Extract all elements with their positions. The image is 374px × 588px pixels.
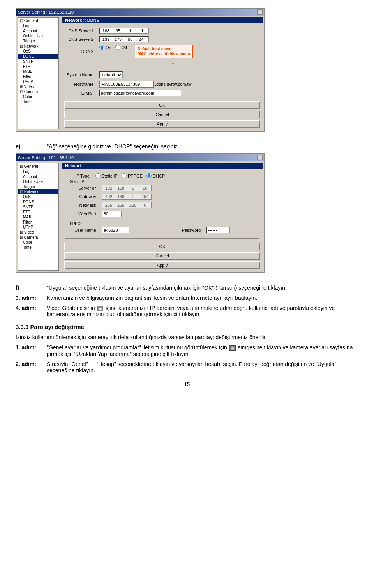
w2-tree-icon3: ⊞ — [20, 230, 23, 234]
w2-sidebar-mail[interactable]: MAIL — [18, 215, 58, 220]
window-network: Server Setting : 192.168.1.10 × ⊟ Genera… — [16, 153, 358, 280]
sysname-select[interactable]: default — [99, 71, 123, 78]
sidebar-log[interactable]: Log — [18, 23, 58, 28]
w2-sidebar-video[interactable]: ⊞ Video — [18, 230, 58, 235]
w2-sidebar-trigger[interactable]: Trigger — [18, 184, 58, 189]
w2-sidebar-log[interactable]: Log — [18, 169, 58, 174]
netmask-input[interactable]: . . . — [102, 202, 152, 208]
w2-sidebar-camera[interactable]: ⊟ Camera — [18, 235, 58, 240]
w2-sidebar-color[interactable]: Color — [18, 240, 58, 245]
win2-sidebar: ⊟ General Log Account OnLineUser Trigger… — [18, 163, 59, 271]
iptype-static-label[interactable]: Static IP — [95, 173, 118, 178]
dns1-seg1[interactable] — [101, 28, 111, 33]
win1-title: Server Setting : 192.168.1.10 — [18, 10, 74, 14]
dns2-input[interactable]: . . . — [99, 36, 149, 42]
win2-apply-btn[interactable]: Apply — [64, 261, 260, 269]
static-ip-group-label: Static IP — [69, 180, 85, 184]
ddns-label: DDNS: — [62, 44, 97, 59]
serverip-input[interactable]: . . . — [102, 185, 152, 191]
w2-sidebar-filter[interactable]: Filter — [18, 220, 58, 225]
dns1-seg2[interactable] — [113, 28, 123, 33]
sidebar-filter[interactable]: Filter — [18, 74, 58, 79]
dns1-seg3[interactable] — [125, 28, 135, 33]
iptype-value-cell: Static IP PPPOE DHCP — [93, 172, 263, 180]
win2-ok-btn[interactable]: OK — [64, 243, 260, 250]
dns1-seg4[interactable] — [137, 28, 147, 33]
email-input[interactable] — [99, 90, 181, 96]
sysname-value-cell: default — [97, 70, 263, 79]
gateway-label: Gateway: — [69, 192, 100, 201]
ddns-on-radio[interactable] — [99, 45, 104, 50]
ddns-off-label[interactable]: Off — [115, 45, 127, 50]
w2-sidebar-network[interactable]: ⊟ Network — [18, 189, 58, 194]
iptype-pppoe-label[interactable]: PPPOE — [122, 173, 143, 178]
dns2-seg4[interactable] — [137, 37, 147, 42]
sidebar-time[interactable]: Time — [18, 99, 58, 104]
dns2-seg3[interactable] — [125, 37, 135, 42]
ddns-off-radio[interactable] — [115, 45, 120, 50]
sidebar-account[interactable]: Account — [18, 28, 58, 33]
iptype-static-radio[interactable] — [95, 173, 101, 178]
serverip-cell: . . . — [100, 184, 256, 192]
password-input[interactable] — [206, 227, 230, 233]
step4-text-before: Video Göstericisinin — [47, 305, 95, 311]
win2-cancel-btn[interactable]: Cancel — [64, 252, 260, 260]
section-333-heading: 3.3.3 Parolayı değiştirme — [16, 324, 358, 330]
sidebar-network[interactable]: ⊟ Network — [18, 44, 58, 49]
iptype-dhcp-radio[interactable] — [146, 173, 152, 178]
win1-ok-btn[interactable]: OK — [64, 101, 260, 109]
username-input[interactable] — [102, 227, 129, 233]
sidebar-sntp[interactable]: SNTP — [18, 59, 58, 64]
webport-cell — [100, 209, 256, 218]
password-cell — [204, 226, 256, 234]
ddns-off-text: Off — [122, 45, 127, 50]
sidebar-general[interactable]: ⊟ General — [18, 18, 58, 23]
sidebar-ddns[interactable]: DDNS — [18, 54, 58, 59]
dns1-value-cell: . . . — [97, 26, 263, 35]
win1-close-btn[interactable]: × — [257, 9, 263, 15]
iptype-dhcp-label[interactable]: DHCP — [146, 173, 165, 178]
callout-title: Default host name: — [138, 46, 190, 51]
w2-sidebar-general[interactable]: ⊟ General — [18, 164, 58, 169]
serverip-label: Server IP: — [69, 184, 100, 192]
w2-sidebar-time[interactable]: Time — [18, 245, 58, 250]
dns2-seg2[interactable] — [113, 37, 123, 42]
serverip-seg2 — [116, 186, 126, 190]
win1-apply-btn[interactable]: Apply — [64, 120, 260, 128]
sidebar-camera[interactable]: ⊟ Camera — [18, 89, 58, 94]
step2-text: Sırasıyla "Genel" → "Hesap" seçeneklerin… — [47, 361, 358, 373]
sidebar-mail[interactable]: MAIL — [18, 69, 58, 74]
sidebar-color[interactable]: Color — [18, 94, 58, 99]
w2-sidebar-onlineuser[interactable]: OnLineUser — [18, 179, 58, 184]
callout-arrow-cell: ↑ — [62, 59, 263, 70]
sidebar-ftp[interactable]: FTP — [18, 64, 58, 69]
dns1-input[interactable]: . . . — [99, 28, 149, 34]
sidebar-upnp[interactable]: UPnP — [18, 79, 58, 84]
dns2-seg1[interactable] — [101, 37, 111, 42]
w2-sidebar-qos[interactable]: QoS — [18, 194, 58, 199]
step4-row: 4. adım: Video Göstericisinin ▣ içine ka… — [16, 305, 358, 317]
win2-btn-area: OK Cancel Apply — [62, 241, 263, 271]
step-f-label: f) — [16, 285, 43, 291]
win1-cancel-btn[interactable]: Cancel — [64, 111, 260, 118]
w2-sidebar-upnp[interactable]: UPnP — [18, 225, 58, 230]
hostname-input[interactable] — [99, 81, 154, 88]
pppoe-table: User Name: Password: — [69, 226, 256, 234]
ddns-on-label[interactable]: On — [99, 45, 111, 50]
dns1-dot2: . — [123, 28, 125, 33]
w2-sidebar-ddns[interactable]: DDNS — [18, 199, 58, 204]
gw-seg1 — [104, 194, 114, 199]
w2-sidebar-sntp[interactable]: SNTP — [18, 204, 58, 209]
sidebar-video[interactable]: ⊞ Video — [18, 84, 58, 89]
win2-close-btn[interactable]: × — [257, 155, 263, 160]
sidebar-trigger[interactable]: Trigger — [18, 39, 58, 44]
sidebar-qos[interactable]: QoS — [18, 49, 58, 54]
w2-sidebar-account[interactable]: Account — [18, 174, 58, 179]
nm-dot3: . — [138, 203, 139, 208]
iptype-pppoe-radio[interactable] — [122, 173, 127, 178]
sidebar-onlineuser[interactable]: OnLineUser — [18, 33, 58, 39]
webport-input[interactable] — [102, 211, 122, 217]
password-label: Password: — [159, 226, 204, 234]
w2-sidebar-ftp[interactable]: FTP — [18, 209, 58, 215]
gateway-input[interactable]: . . . — [102, 194, 152, 200]
